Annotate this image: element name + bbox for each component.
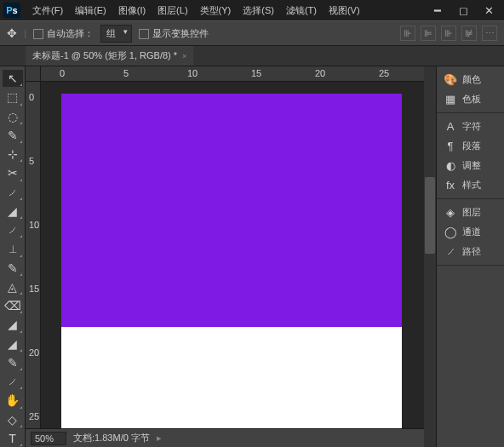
tool-button[interactable]: ⬚ — [3, 89, 23, 106]
panel-group: 🎨颜色▦色板 — [437, 66, 504, 113]
transform-checkbox[interactable]: 显示变换控件 — [139, 27, 209, 40]
document-canvas[interactable] — [61, 94, 402, 428]
tool-button[interactable]: ✂ — [3, 164, 23, 181]
panel-label: 路径 — [462, 245, 481, 258]
panel-tab[interactable]: ◐调整 — [437, 156, 504, 175]
panel-icon: ⟋ — [444, 246, 457, 258]
panel-label: 段落 — [462, 140, 481, 152]
autoselect-dropdown[interactable]: 组 — [100, 25, 132, 43]
ruler-tick: 15 — [251, 68, 261, 78]
ruler-tick: 20 — [29, 347, 39, 358]
menu-item[interactable]: 选择(S) — [238, 2, 279, 20]
tool-button[interactable]: ⟋ — [3, 184, 23, 201]
canvas-area: 0510152025 0510152025 50% 文档:1.83M/0 字节 … — [26, 66, 424, 447]
align-center-icon[interactable]: ⊫ — [421, 26, 436, 41]
panel-label: 调整 — [462, 159, 481, 172]
canvas-viewport[interactable] — [41, 82, 424, 428]
panel-label: 颜色 — [462, 73, 481, 86]
panel-icon: A — [444, 121, 457, 133]
panel-icon: ◐ — [444, 160, 457, 172]
ruler-origin[interactable] — [26, 66, 41, 82]
move-tool-icon: ✥ — [7, 26, 17, 40]
zoom-input[interactable]: 50% — [31, 432, 66, 445]
tool-button[interactable]: ⌫ — [3, 297, 23, 314]
panel-icon: ▦ — [444, 94, 457, 106]
document-tab[interactable]: 未标题-1 @ 50% (矩形 1, RGB/8) * × — [26, 46, 193, 66]
panel-tab[interactable]: ▦色板 — [437, 89, 504, 109]
doc-size-label: 文档:1.83M/0 字节 — [73, 432, 150, 444]
tool-button[interactable]: ✎ — [3, 260, 23, 277]
tool-button[interactable]: ◢ — [3, 203, 23, 220]
panel-icon: fx — [444, 180, 457, 192]
options-bar: ✥ | 自动选择： 组 显示变换控件 ⊪ ⊫ ⊪ ⊯ ⋯ — [0, 20, 504, 46]
status-chevron-icon[interactable]: ▸ — [157, 433, 162, 444]
align-right-icon[interactable]: ⊪ — [441, 26, 456, 41]
ruler-tick: 10 — [187, 68, 198, 78]
panel-label: 字符 — [462, 120, 481, 133]
panel-tab[interactable]: fx样式 — [437, 175, 504, 195]
distribute-icon[interactable]: ⊯ — [461, 26, 477, 41]
menu-item[interactable]: 类型(Y) — [195, 2, 237, 20]
autoselect-checkbox[interactable]: 自动选择： — [33, 27, 94, 40]
panels-dock: 🎨颜色▦色板A字符¶段落◐调整fx样式◈图层◯通道⟋路径 — [436, 66, 504, 447]
align-buttons: ⊪ ⊫ ⊪ ⊯ ⋯ — [400, 26, 497, 41]
scrollbar-thumb[interactable] — [425, 177, 435, 254]
tool-button[interactable]: ✎ — [3, 127, 23, 144]
menu-bar: 文件(F)编辑(E)图像(I)图层(L)类型(Y)选择(S)滤镜(T)视图(V) — [27, 2, 365, 20]
tab-title: 未标题-1 @ 50% (矩形 1, RGB/8) * — [32, 49, 177, 62]
panel-label: 色板 — [462, 93, 481, 106]
menu-item[interactable]: 滤镜(T) — [281, 2, 322, 20]
tool-button[interactable]: ◌ — [3, 108, 23, 125]
maximize-button[interactable]: ◻ — [451, 3, 475, 18]
panel-label: 通道 — [462, 226, 481, 238]
ruler-tick: 5 — [123, 68, 129, 78]
menu-item[interactable]: 文件(F) — [27, 2, 68, 20]
toolbox: ↖⬚◌✎⊹✂⟋◢⟋⟂✎◬⌫◢◢✎⟋✋◇T — [0, 66, 26, 447]
app-logo: Ps — [3, 3, 20, 18]
close-button[interactable]: ✕ — [477, 3, 501, 18]
tool-button[interactable]: ✎ — [3, 354, 23, 371]
tool-button[interactable]: ◇ — [3, 411, 23, 428]
rectangle-shape[interactable] — [61, 94, 402, 327]
panel-tab[interactable]: ◯通道 — [437, 222, 504, 242]
panel-tab[interactable]: ⟋路径 — [437, 242, 504, 261]
minimize-button[interactable]: ━ — [426, 3, 450, 18]
panel-tab[interactable]: ¶段落 — [437, 136, 504, 156]
more-icon[interactable]: ⋯ — [482, 26, 497, 41]
tab-close-icon[interactable]: × — [182, 52, 186, 60]
panel-icon: ¶ — [444, 140, 457, 152]
tool-button[interactable]: ↖ — [3, 70, 23, 87]
tool-button[interactable]: ⟂ — [3, 240, 23, 257]
menu-item[interactable]: 编辑(E) — [70, 2, 112, 20]
divider: | — [24, 28, 26, 38]
title-bar: Ps 文件(F)编辑(E)图像(I)图层(L)类型(Y)选择(S)滤镜(T)视图… — [0, 0, 504, 20]
panel-tab[interactable]: A字符 — [437, 117, 504, 136]
ruler-tick: 0 — [29, 92, 34, 102]
tool-button[interactable]: ◢ — [3, 316, 23, 333]
panel-group: A字符¶段落◐调整fx样式 — [437, 113, 504, 199]
ruler-tick: 10 — [29, 220, 39, 230]
vertical-ruler[interactable]: 0510152025 — [26, 82, 41, 428]
tool-button[interactable]: T — [3, 430, 23, 447]
menu-item[interactable]: 图层(L) — [152, 2, 192, 20]
panel-tab[interactable]: ◈图层 — [437, 203, 504, 222]
menu-item[interactable]: 视图(V) — [324, 2, 365, 20]
tool-button[interactable]: ⟋ — [3, 373, 23, 390]
tool-button[interactable]: ◬ — [3, 278, 23, 295]
tool-button[interactable]: ⊹ — [3, 146, 23, 163]
horizontal-ruler[interactable]: 0510152025 — [41, 66, 424, 82]
align-left-icon[interactable]: ⊪ — [400, 26, 415, 41]
ruler-tick: 0 — [60, 68, 65, 78]
panel-label: 图层 — [462, 206, 481, 219]
panel-tab[interactable]: 🎨颜色 — [437, 70, 504, 89]
tool-button[interactable]: ✋ — [3, 392, 23, 409]
ruler-tick: 15 — [29, 284, 39, 294]
tool-button[interactable]: ◢ — [3, 335, 23, 352]
panel-scrollbar[interactable] — [424, 66, 436, 447]
tool-button[interactable]: ⟋ — [3, 221, 23, 238]
menu-item[interactable]: 图像(I) — [113, 2, 151, 20]
document-tabs: 未标题-1 @ 50% (矩形 1, RGB/8) * × — [0, 46, 504, 66]
status-bar: 50% 文档:1.83M/0 字节 ▸ — [26, 428, 424, 447]
ruler-tick: 25 — [29, 411, 39, 421]
ruler-tick: 25 — [379, 68, 389, 78]
